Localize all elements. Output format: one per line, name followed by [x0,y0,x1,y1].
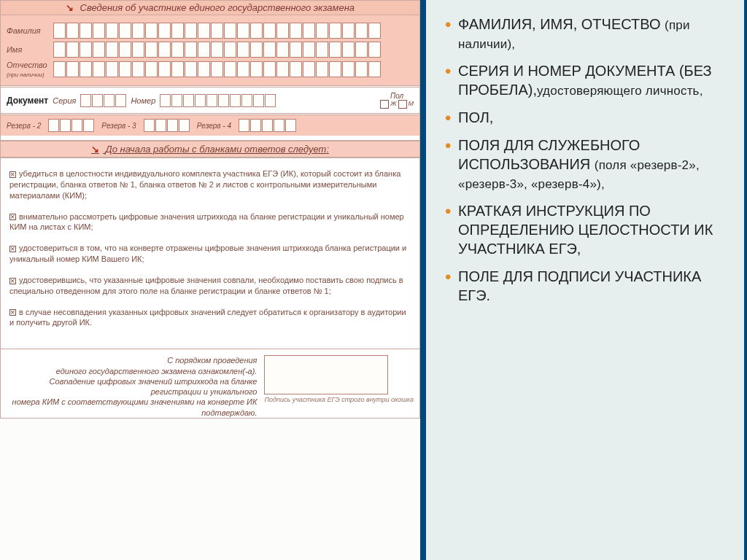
input-cell[interactable] [250,23,263,39]
input-cell[interactable] [262,119,273,132]
input-cell[interactable] [211,42,223,58]
input-cell[interactable] [185,23,197,39]
input-cell[interactable] [66,42,79,58]
input-cell[interactable] [66,61,79,77]
input-cell[interactable] [263,42,276,58]
input-cell[interactable] [158,61,171,77]
cells-patronymic[interactable] [53,61,381,77]
input-cell[interactable] [104,94,115,107]
input-cell[interactable] [155,119,166,132]
input-cell[interactable] [263,61,276,77]
checkbox-female[interactable] [380,100,389,109]
cells-series[interactable] [80,94,126,107]
input-cell[interactable] [274,119,285,132]
input-cell[interactable] [119,23,131,39]
input-cell[interactable] [183,94,194,107]
input-cell[interactable] [276,61,289,77]
input-cell[interactable] [224,61,236,77]
input-cell[interactable] [224,23,236,39]
input-cell[interactable] [119,61,131,77]
input-cell[interactable] [237,42,249,58]
input-cell[interactable] [355,23,368,39]
input-cell[interactable] [80,23,92,39]
input-cell[interactable] [106,23,118,39]
input-cell[interactable] [145,61,158,77]
input-cell[interactable] [368,61,381,77]
input-cell[interactable] [237,23,249,39]
input-cell[interactable] [368,42,381,58]
input-cell[interactable] [206,94,217,107]
input-cell[interactable] [316,23,328,39]
input-cell[interactable] [83,119,94,132]
input-cell[interactable] [106,42,118,58]
input-cell[interactable] [211,23,223,39]
cells-r3[interactable] [144,119,190,132]
input-cell[interactable] [250,42,263,58]
input-cell[interactable] [93,23,105,39]
input-cell[interactable] [171,61,184,77]
input-cell[interactable] [224,42,236,58]
input-cell[interactable] [93,42,105,58]
input-cell[interactable] [53,23,66,39]
cells-r2[interactable] [48,119,94,132]
input-cell[interactable] [132,23,144,39]
input-cell[interactable] [145,42,158,58]
input-cell[interactable] [71,119,82,132]
input-cell[interactable] [119,42,131,58]
input-cell[interactable] [132,42,144,58]
input-cell[interactable] [276,42,289,58]
input-cell[interactable] [115,94,126,107]
input-cell[interactable] [198,42,210,58]
input-cell[interactable] [355,61,368,77]
input-cell[interactable] [106,61,118,77]
input-cell[interactable] [167,119,178,132]
input-cell[interactable] [329,23,341,39]
input-cell[interactable] [241,94,252,107]
input-cell[interactable] [53,42,66,58]
input-cell[interactable] [355,42,368,58]
input-cell[interactable] [290,42,302,58]
input-cell[interactable] [290,23,302,39]
input-cell[interactable] [198,61,210,77]
input-cell[interactable] [303,42,315,58]
input-cell[interactable] [303,23,315,39]
cells-surname[interactable] [53,23,381,39]
signature-box[interactable] [264,355,388,394]
input-cell[interactable] [239,119,249,132]
input-cell[interactable] [48,119,59,132]
input-cell[interactable] [329,61,341,77]
input-cell[interactable] [329,42,341,58]
input-cell[interactable] [253,94,264,107]
input-cell[interactable] [80,42,92,58]
input-cell[interactable] [60,119,71,132]
input-cell[interactable] [132,61,144,77]
input-cell[interactable] [211,61,223,77]
input-cell[interactable] [265,94,276,107]
input-cell[interactable] [250,61,263,77]
input-cell[interactable] [185,42,197,58]
input-cell[interactable] [342,23,355,39]
input-cell[interactable] [171,42,184,58]
input-cell[interactable] [218,94,229,107]
input-cell[interactable] [92,94,103,107]
input-cell[interactable] [230,94,241,107]
input-cell[interactable] [342,61,355,77]
input-cell[interactable] [93,61,105,77]
input-cell[interactable] [285,119,296,132]
input-cell[interactable] [276,23,289,39]
input-cell[interactable] [185,61,197,77]
input-cell[interactable] [290,61,302,77]
input-cell[interactable] [198,23,210,39]
input-cell[interactable] [250,119,261,132]
input-cell[interactable] [342,42,355,58]
input-cell[interactable] [195,94,206,107]
input-cell[interactable] [53,61,66,77]
input-cell[interactable] [160,94,171,107]
input-cell[interactable] [316,61,328,77]
input-cell[interactable] [144,119,155,132]
input-cell[interactable] [303,61,315,77]
input-cell[interactable] [158,42,171,58]
input-cell[interactable] [316,42,328,58]
input-cell[interactable] [368,23,381,39]
input-cell[interactable] [179,119,190,132]
